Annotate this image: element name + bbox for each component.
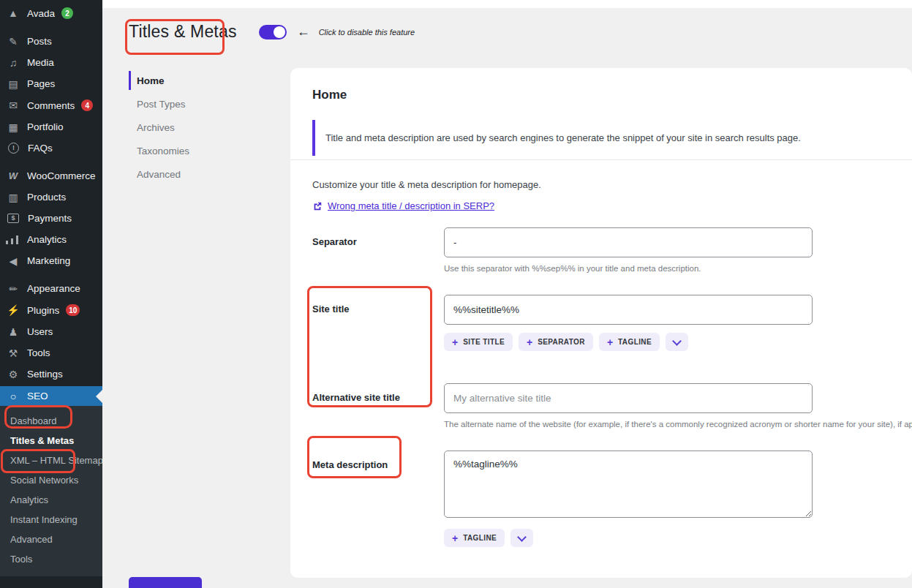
- sidebar-item-payments[interactable]: $ Payments: [0, 208, 102, 229]
- chip-label: TAGLINE: [463, 534, 497, 542]
- sidebar-item-seo[interactable]: ○ SEO: [0, 386, 102, 406]
- seo-submenu-tools[interactable]: Tools: [0, 549, 102, 569]
- alt-site-title-field-row: Alternative site title The alternate nam…: [312, 383, 890, 429]
- seo-submenu-social-networks[interactable]: Social Networks: [0, 470, 102, 490]
- seo-submenu-titles-metas[interactable]: Titles & Metas: [0, 431, 102, 451]
- chevron-down-icon: [517, 532, 527, 542]
- alt-site-title-input[interactable]: [444, 383, 813, 413]
- sidebar-item-plugins[interactable]: ⚡ Plugins 10: [0, 299, 102, 321]
- bar-chart-icon: [6, 235, 20, 244]
- sidebar-item-media[interactable]: ♫ Media: [0, 52, 102, 73]
- sidebar-item-avada[interactable]: ▲ Avada 2: [0, 0, 102, 24]
- sidebar-item-appearance[interactable]: ✏ Appearance: [0, 278, 102, 299]
- sidebar-item-marketing[interactable]: ◀ Marketing: [0, 250, 102, 271]
- chevron-down-icon: [672, 336, 682, 346]
- seo-submenu-advanced[interactable]: Advanced: [0, 529, 102, 549]
- sidebar-item-label: Media: [27, 57, 54, 68]
- separator-field-row: Separator Use this separator with %%sep%…: [312, 227, 890, 273]
- add-site-title-button[interactable]: + SITE TITLE: [444, 333, 513, 351]
- pages-icon: ▤: [6, 79, 20, 89]
- seo-submenu-analytics[interactable]: Analytics: [0, 490, 102, 510]
- site-title-input[interactable]: [444, 295, 813, 325]
- separator-help: Use this separator with %%sep%% in your …: [444, 264, 813, 273]
- meta-description-variable-buttons: + TAGLINE: [444, 529, 813, 547]
- tab-archives[interactable]: Archives: [129, 116, 282, 139]
- serp-help-link[interactable]: Wrong meta title / description in SERP?: [328, 200, 494, 211]
- sidebar-item-posts[interactable]: ✎ Posts: [0, 31, 102, 52]
- tab-taxonomies[interactable]: Taxonomies: [129, 139, 282, 162]
- sidebar-item-settings[interactable]: ⚙ Settings: [0, 363, 102, 385]
- meta-description-control: %%tagline%% + TAGLINE: [444, 451, 813, 547]
- site-title-field-row: Site title + SITE TITLE + SEPARATOR: [312, 295, 890, 351]
- add-tagline-button[interactable]: + TAGLINE: [444, 529, 505, 547]
- save-button[interactable]: [129, 577, 202, 588]
- media-icon: ♫: [6, 58, 20, 68]
- more-variables-dropdown-button[interactable]: [666, 333, 688, 351]
- site-title-label: Site title: [312, 295, 444, 314]
- meta-description-field-row: Meta description %%tagline%% + TAGLINE: [312, 451, 890, 547]
- separator-input[interactable]: [444, 227, 813, 257]
- separator-control: Use this separator with %%sep%% in your …: [444, 227, 813, 273]
- sidebar-item-label: Users: [27, 326, 53, 337]
- sidebar-item-pages[interactable]: ▤ Pages: [0, 73, 102, 94]
- tab-post-types[interactable]: Post Types: [129, 92, 282, 116]
- sidebar-item-label: FAQs: [28, 143, 53, 154]
- tab-advanced[interactable]: Advanced: [129, 162, 282, 186]
- product-box-icon: ▥: [6, 192, 20, 203]
- add-tagline-button[interactable]: + TAGLINE: [599, 333, 660, 351]
- sidebar-item-users[interactable]: ♟ Users: [0, 321, 102, 342]
- sidebar-item-products[interactable]: ▥ Products: [0, 186, 102, 208]
- sidebar-item-label: SEO: [27, 391, 48, 402]
- sidebar-item-label: Settings: [27, 369, 63, 380]
- sidebar-item-label: Marketing: [27, 255, 70, 266]
- alt-site-title-control: The alternate name of the website (for e…: [444, 383, 813, 429]
- chip-label: SEPARATOR: [538, 338, 585, 346]
- sidebar-item-analytics[interactable]: Analytics: [0, 229, 102, 250]
- chip-label: SITE TITLE: [463, 338, 505, 346]
- seo-submenu-xml-html-sitemap[interactable]: XML – HTML Sitemap: [0, 451, 102, 470]
- sidebar-item-comments[interactable]: ✉ Comments 4: [0, 94, 102, 116]
- meta-description-textarea[interactable]: %%tagline%%: [444, 451, 813, 518]
- add-separator-button[interactable]: + SEPARATOR: [519, 333, 593, 351]
- tab-home[interactable]: Home: [129, 69, 282, 92]
- toggle-knob: [274, 26, 285, 38]
- plus-icon: +: [452, 533, 458, 543]
- sidebar-item-tools[interactable]: ⚒ Tools: [0, 342, 102, 363]
- settings-tab-list: Home Post Types Archives Taxonomies Adva…: [129, 69, 282, 186]
- seo-ring-icon: ○: [6, 391, 20, 402]
- sidebar-item-woocommerce[interactable]: W WooCommerce: [0, 165, 102, 186]
- serp-link-row: Wrong meta title / description in SERP?: [312, 200, 890, 211]
- avada-icon: ▲: [6, 8, 20, 18]
- seo-submenu: Dashboard Titles & Metas XML – HTML Site…: [0, 406, 102, 576]
- gear-icon: ⚙: [6, 369, 20, 380]
- sidebar-item-label: Pages: [27, 78, 55, 89]
- titles-metas-settings-page: ▲ Avada 2 ✎ Posts ♫ Media ▤ Pages ✉ Comm…: [0, 0, 912, 588]
- plugin-icon: ⚡: [6, 305, 20, 315]
- plus-icon: +: [452, 337, 458, 347]
- sidebar-item-label: Avada: [27, 8, 55, 19]
- external-link-icon: [312, 201, 323, 211]
- sidebar-item-label: Tools: [27, 347, 50, 358]
- dollar-card-icon: $: [7, 214, 19, 223]
- site-title-control: + SITE TITLE + SEPARATOR + TAGLINE: [444, 295, 813, 351]
- seo-submenu-instant-indexing[interactable]: Instant Indexing: [0, 510, 102, 529]
- alt-site-title-label: Alternative site title: [312, 383, 444, 403]
- more-variables-dropdown-button[interactable]: [510, 529, 533, 547]
- sidebar-item-faqs[interactable]: ! FAQs: [0, 137, 102, 159]
- pin-icon: ✎: [6, 37, 20, 47]
- sidebar-item-label: Appearance: [27, 283, 80, 294]
- update-count-badge: 2: [61, 7, 73, 19]
- alt-site-title-help: The alternate name of the website (for e…: [444, 420, 813, 429]
- panel-heading: Home: [290, 68, 912, 102]
- comment-bubble-icon: ✉: [6, 100, 20, 110]
- brush-icon: ✏: [6, 284, 20, 294]
- sidebar-item-portfolio[interactable]: ▦ Portfolio: [0, 116, 102, 137]
- site-title-variable-buttons: + SITE TITLE + SEPARATOR + TAGLINE: [444, 333, 813, 351]
- chip-label: TAGLINE: [618, 338, 652, 346]
- feature-toggle[interactable]: [259, 25, 287, 39]
- plus-icon: +: [607, 337, 613, 347]
- top-white-strip: [102, 0, 912, 8]
- meta-description-label: Meta description: [312, 451, 444, 470]
- sidebar-item-label: Comments: [27, 100, 75, 111]
- seo-submenu-dashboard[interactable]: Dashboard: [0, 411, 102, 431]
